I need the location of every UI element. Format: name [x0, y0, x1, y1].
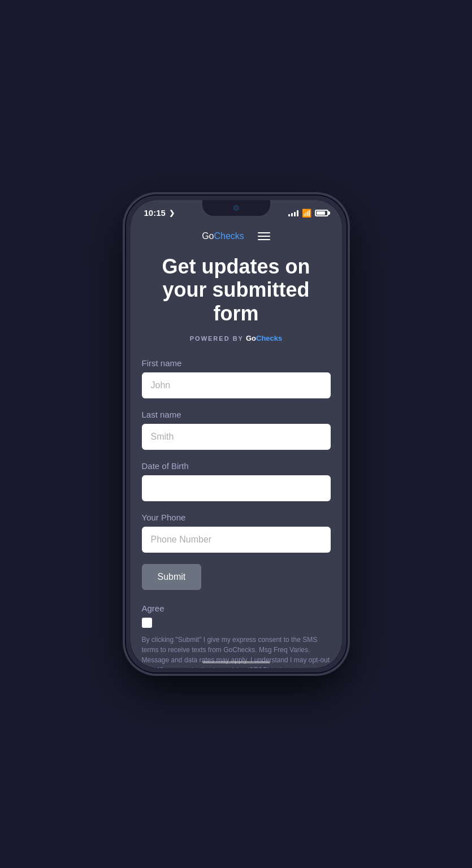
- agree-checkbox[interactable]: [142, 618, 152, 628]
- powered-by-section: POWERED BY GoChecks: [144, 334, 328, 342]
- last-name-input[interactable]: [142, 424, 331, 450]
- page-title: Get updates on your submitted form: [144, 255, 328, 325]
- dob-input[interactable]: [142, 475, 331, 501]
- clock: 10:15: [144, 208, 166, 218]
- agree-section: Agree By clicking "Submit" I give my exp…: [131, 604, 342, 668]
- hamburger-line-3: [258, 239, 270, 240]
- logo-go: Go: [202, 231, 214, 241]
- status-icons: 📶: [288, 209, 328, 218]
- camera: [233, 205, 239, 211]
- dob-group: Date of Birth: [142, 461, 331, 501]
- bar2: [291, 213, 293, 216]
- bar1: [288, 214, 290, 216]
- hamburger-line-2: [258, 236, 270, 237]
- powered-by-logo: GoChecks: [246, 334, 282, 342]
- battery-icon: [315, 210, 328, 216]
- agree-label: Agree: [142, 604, 331, 613]
- hamburger-menu-button[interactable]: [258, 232, 270, 240]
- notch: [202, 200, 270, 216]
- form: First name Last name Date of Birth Your …: [131, 358, 342, 604]
- hero-section: Get updates on your submitted form POWER…: [131, 250, 342, 358]
- home-indicator: [202, 661, 270, 663]
- wifi-icon: 📶: [302, 209, 311, 218]
- first-name-label: First name: [142, 358, 331, 368]
- powered-by-text: POWERED BY: [190, 335, 244, 342]
- dob-label: Date of Birth: [142, 461, 331, 471]
- battery-fill: [317, 211, 325, 215]
- bar4: [297, 210, 298, 216]
- location-arrow-icon: ❯: [169, 209, 175, 217]
- phone-screen: 10:15 ❯ 📶 GoChecks: [131, 200, 342, 668]
- first-name-input[interactable]: [142, 372, 331, 398]
- phone-label: Your Phone: [142, 513, 331, 522]
- logo-checks: Checks: [214, 231, 244, 241]
- navbar: GoChecks: [131, 222, 342, 250]
- submit-button[interactable]: Submit: [142, 564, 202, 590]
- phone-group: Your Phone: [142, 513, 331, 553]
- phone-frame: 10:15 ❯ 📶 GoChecks: [126, 196, 347, 672]
- first-name-group: First name: [142, 358, 331, 398]
- logo: GoChecks: [202, 231, 244, 241]
- bar3: [294, 212, 296, 216]
- signal-bars-icon: [288, 210, 298, 216]
- screen-content[interactable]: GoChecks Get updates on your submitted f…: [131, 222, 342, 668]
- hamburger-line-1: [258, 232, 270, 233]
- status-time: 10:15 ❯: [144, 208, 175, 218]
- last-name-label: Last name: [142, 410, 331, 419]
- phone-input[interactable]: [142, 527, 331, 553]
- last-name-group: Last name: [142, 410, 331, 450]
